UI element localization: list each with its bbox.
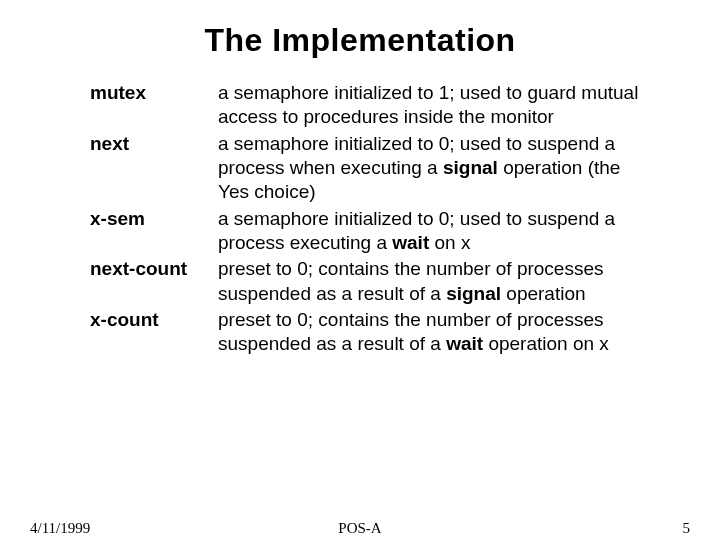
slide-body: mutex a semaphore initialized to 1; used… xyxy=(0,71,720,358)
term-cell: next xyxy=(90,132,218,207)
table-row: next a semaphore initialized to 0; used … xyxy=(90,132,650,207)
desc-cell: preset to 0; contains the number of proc… xyxy=(218,308,650,359)
term-cell: next-count xyxy=(90,257,218,308)
desc-text: a semaphore initialized to 1; used to gu… xyxy=(218,82,638,127)
desc-bold: wait xyxy=(392,232,429,253)
desc-cell: preset to 0; contains the number of proc… xyxy=(218,257,650,308)
table-row: mutex a semaphore initialized to 1; used… xyxy=(90,81,650,132)
table-row: next-count preset to 0; contains the num… xyxy=(90,257,650,308)
footer-center: POS-A xyxy=(0,520,720,537)
definitions-table: mutex a semaphore initialized to 1; used… xyxy=(90,81,650,358)
table-row: x-sem a semaphore initialized to 0; used… xyxy=(90,207,650,258)
desc-bold: signal xyxy=(443,157,498,178)
term-cell: x-sem xyxy=(90,207,218,258)
term-cell: mutex xyxy=(90,81,218,132)
desc-cell: a semaphore initialized to 0; used to su… xyxy=(218,132,650,207)
footer-page: 5 xyxy=(683,520,691,537)
slide: The Implementation mutex a semaphore ini… xyxy=(0,0,720,540)
desc-cell: a semaphore initialized to 1; used to gu… xyxy=(218,81,650,132)
desc-cell: a semaphore initialized to 0; used to su… xyxy=(218,207,650,258)
desc-post: on x xyxy=(429,232,470,253)
desc-bold: signal xyxy=(446,283,501,304)
slide-title: The Implementation xyxy=(0,0,720,71)
table-row: x-count preset to 0; contains the number… xyxy=(90,308,650,359)
term-cell: x-count xyxy=(90,308,218,359)
desc-bold: wait xyxy=(446,333,483,354)
desc-post: operation xyxy=(501,283,586,304)
desc-post: operation on x xyxy=(483,333,609,354)
